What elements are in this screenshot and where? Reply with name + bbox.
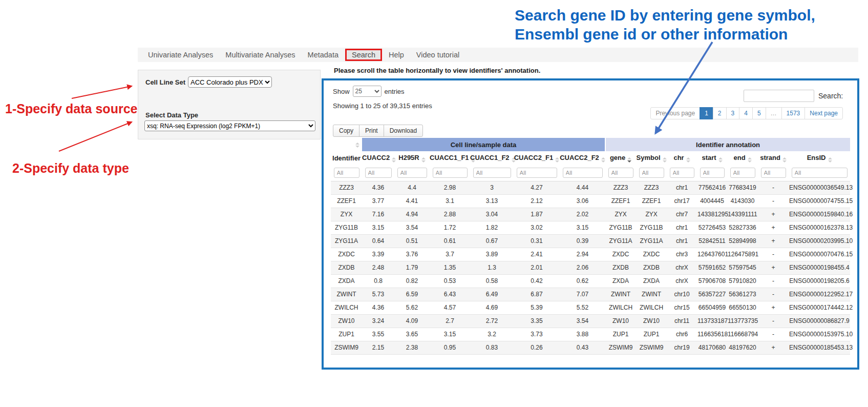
column-header-start[interactable]: start — [697, 151, 727, 165]
cell-symbol: ZUP1 — [636, 328, 667, 341]
filter-input-chr[interactable] — [670, 168, 694, 178]
cell-cuacc2: 3.77 — [362, 194, 394, 208]
filter-cell-end — [727, 165, 758, 181]
filter-input-h295r[interactable] — [397, 168, 427, 178]
filter-input-start[interactable] — [700, 168, 725, 178]
sort-icon — [782, 157, 787, 162]
cell-h295r: 3.65 — [394, 328, 430, 341]
cell-cuacc1-f1: 1.35 — [430, 261, 470, 274]
cell-gene: ZYG11B — [605, 221, 636, 234]
cell-identifier: ZYG11B — [331, 221, 362, 234]
nav-tab-video-tutorial[interactable]: Video tutorial — [411, 48, 465, 62]
pagination-page-4[interactable]: 4 — [739, 107, 753, 119]
cell-cuacc2-f1: 2.01 — [514, 261, 560, 274]
filter-input-cuacc2[interactable] — [365, 168, 392, 178]
nav-tab-univariate-analyses[interactable]: Univariate Analyses — [142, 48, 219, 62]
group-header-row: Cell line/sample data Identifier annotat… — [331, 138, 850, 151]
cell-cuacc2-f2: 3.15 — [560, 221, 605, 234]
cell-end: 116668794 — [727, 328, 758, 341]
cell-chr: chr7 — [667, 208, 697, 221]
cell-cuacc2: 3.24 — [362, 314, 394, 328]
pagination-page-3[interactable]: 3 — [726, 107, 740, 119]
pagination-next-button[interactable]: Next page — [805, 107, 843, 119]
filter-input-end[interactable] — [730, 168, 755, 178]
filter-input-cuacc2-f2[interactable] — [563, 168, 603, 178]
cell-chr: chr1 — [667, 221, 697, 234]
cell-cuacc2-f1: 3.35 — [514, 314, 560, 328]
cell-chr: chrX — [667, 261, 697, 274]
column-header-chr[interactable]: chr — [667, 151, 697, 165]
cell-ensid: ENSG00000162378.13 — [789, 221, 850, 234]
nav-tab-metadata[interactable]: Metadata — [302, 48, 344, 62]
cell-identifier: ZZZ3 — [331, 181, 362, 194]
page-length-select[interactable]: 25 — [353, 86, 382, 97]
column-header-end[interactable]: end — [727, 151, 758, 165]
column-header-gene[interactable]: gene — [605, 151, 636, 165]
filter-input-strand[interactable] — [761, 168, 786, 178]
filter-cell-gene — [605, 165, 636, 181]
table-row-zyg11a: ZYG11A0.640.510.610.670.310.39ZYG11AZYG1… — [331, 234, 850, 248]
nav-tab-search[interactable]: Search — [345, 49, 382, 61]
cell-gene: ZSWIM9 — [605, 341, 636, 354]
cell-cuacc2-f1: 5.39 — [514, 301, 560, 314]
filter-cell-cuacc2 — [362, 165, 394, 181]
cell-cuacc1-f1: 2.88 — [430, 208, 470, 221]
cell-identifier: ZXDA — [331, 274, 362, 288]
cell-chr: chr1 — [667, 234, 697, 248]
cell-cuacc2-f2: 4.44 — [560, 181, 605, 194]
cell-end: 57910820 — [727, 274, 758, 288]
column-header-identifier[interactable]: Identifier — [331, 151, 362, 165]
cell-start: 57906708 — [697, 274, 727, 288]
column-header-symbol[interactable]: Symbol — [636, 151, 667, 165]
identifier-group-corner[interactable] — [331, 138, 362, 151]
column-header-cuacc2[interactable]: CUACC2 — [362, 151, 394, 165]
column-header-ensid[interactable]: EnsID — [789, 151, 850, 165]
cell-cuacc2-f1: 4.27 — [514, 181, 560, 194]
column-header-strand[interactable]: strand — [758, 151, 789, 165]
cell-chr: chrX — [667, 274, 697, 288]
filter-input-ensid[interactable] — [792, 168, 848, 178]
copy-button[interactable]: Copy — [333, 125, 359, 137]
table-row-zup1: ZUP13.553.653.153.23.733.88ZUP1ZUP1chr61… — [331, 328, 850, 341]
filter-input-symbol[interactable] — [639, 168, 664, 178]
cell-cuacc1-f2: 3.04 — [470, 208, 514, 221]
cell-cuacc2-f1: 6.87 — [514, 288, 560, 301]
pagination-page-1[interactable]: 1 — [700, 107, 713, 119]
nav-tab-help[interactable]: Help — [383, 48, 410, 62]
search-input[interactable] — [744, 90, 814, 102]
table-row-zswim9: ZSWIM92.152.380.950.830.260.43ZSWIM9ZSWI… — [331, 341, 850, 354]
column-header-cuacc2-f2[interactable]: CUACC2_F2 — [560, 151, 605, 165]
filter-cell-identifier — [331, 165, 362, 181]
pagination-previous-button[interactable]: Previous page — [650, 107, 700, 119]
filter-input-gene[interactable] — [608, 168, 633, 178]
red-arrow-to-data-type — [59, 122, 132, 151]
cell-start: 66504959 — [697, 301, 727, 314]
data-type-select[interactable]: xsq: RNA-seq Expression (log2 FPKM+1) — [144, 120, 315, 131]
cell-symbol: ZWILCH — [636, 301, 667, 314]
nav-tab-multivariate-analyses[interactable]: Multivariate Analyses — [220, 48, 301, 62]
cell-h295r: 2.38 — [394, 341, 430, 354]
filter-input-cuacc1-f1[interactable] — [433, 168, 468, 178]
group-header-identifier-annotation: Identifier annotation — [605, 138, 850, 151]
cell-end: 4143030 — [727, 194, 758, 208]
print-button[interactable]: Print — [359, 125, 384, 137]
pagination-page-1573[interactable]: 1573 — [781, 107, 806, 119]
filter-cell-cuacc2-f1 — [514, 165, 560, 181]
cell-end: 56361273 — [727, 288, 758, 301]
annotation-search-note-line1: Search gene ID by entering gene symbol, — [515, 6, 815, 25]
column-header-cuacc1-f1[interactable]: CUACC1_F1 — [430, 151, 470, 165]
cell-line-set-select[interactable]: ACC Colorado plus PDX — [188, 76, 272, 88]
filter-input-cuacc2-f1[interactable] — [517, 168, 557, 178]
column-header-cuacc2-f1[interactable]: CUACC2_F1 — [514, 151, 560, 165]
cell-end: 143391111 — [727, 208, 758, 221]
cell-cuacc1-f2: 3.13 — [470, 194, 514, 208]
cell-cuacc2-f1: 0.31 — [514, 234, 560, 248]
column-header-cuacc1-f2[interactable]: CUACC1_F2 — [470, 151, 514, 165]
filter-input-cuacc1-f2[interactable] — [473, 168, 511, 178]
pagination-page-5[interactable]: 5 — [752, 107, 766, 119]
filter-input-identifier[interactable] — [334, 168, 359, 178]
column-header-h295r[interactable]: H295R — [394, 151, 430, 165]
pagination-page-2[interactable]: 2 — [713, 107, 727, 119]
download-button[interactable]: Download — [384, 125, 423, 137]
cell-ensid: ENSG00000198455.4 — [789, 261, 850, 274]
